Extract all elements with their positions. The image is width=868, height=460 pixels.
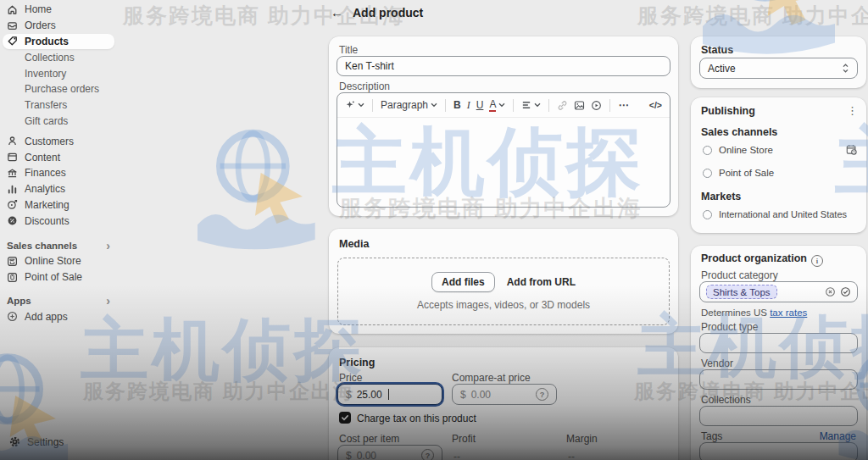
analytics-icon [7,184,18,195]
sidebar-item-label: Home [25,3,52,15]
settings-label: Settings [27,436,64,448]
sidebar-item-home[interactable]: Home [3,2,114,18]
sidebar-item-sales-channels[interactable]: Sales channels› [3,237,114,253]
kebab-menu-icon[interactable]: ⋮ [847,104,858,117]
tags-input[interactable] [699,442,858,460]
watermark-globe-logo [191,119,326,258]
text-color-button[interactable]: A [489,98,505,112]
description-content[interactable] [337,118,670,206]
toolbar-divider [445,99,446,112]
sales-channels-subheading: Sales channels [701,126,777,138]
sidebar: HomeOrdersProductsCollectionsInventoryPu… [0,0,125,460]
collections-label: Collections [701,394,751,406]
add-files-button[interactable]: Add files [431,272,495,292]
sidebar-item-customers[interactable]: Customers [3,133,114,149]
italic-button[interactable]: I [467,99,470,112]
margin-label: Margin [566,433,598,445]
back-arrow-icon[interactable]: ← [331,5,343,19]
sidebar-item-orders[interactable]: Orders [3,18,114,34]
toolbar-divider [513,99,514,112]
sidebar-item-transfers[interactable]: Transfers [3,97,114,114]
schedule-calendar-icon[interactable] [846,144,857,155]
tags-label: Tags [701,430,722,442]
charge-tax-checkbox[interactable] [339,412,351,424]
toolbar-divider [609,99,610,112]
code-view-button[interactable]: </> [649,100,662,110]
add-from-url-button[interactable]: Add from URL [507,276,576,288]
sidebar-item-settings[interactable]: Settings [5,434,114,450]
sidebar-item-apps[interactable]: Apps› [3,293,114,309]
description-editor[interactable]: Paragraph B I U A [337,92,670,208]
tax-rates-link[interactable]: tax rates [770,308,807,318]
sidebar-item-inventory[interactable]: Inventory [3,65,114,81]
market-dot [703,210,712,219]
profit-label: Profit [452,433,476,445]
currency-prefix: $ [346,389,352,401]
cost-per-item-input[interactable]: $ 0.00 ? [337,445,442,460]
underline-button[interactable]: U [476,99,484,111]
pricing-heading: Pricing [339,357,375,369]
price-input[interactable]: $ 25.00 [337,384,442,405]
info-icon[interactable]: i [811,255,823,267]
collections-input[interactable] [699,406,858,426]
sidebar-item-point-of-sale[interactable]: Point of Sale [3,269,114,285]
price-label: Price [339,372,362,384]
status-select[interactable]: Active [699,58,858,79]
title-input[interactable]: Ken T-shirt [337,56,670,76]
dismiss-circle-icon[interactable] [825,286,836,297]
channel-row-online-store: Online Store [703,145,773,155]
insert-video-button[interactable] [591,100,602,111]
sidebar-item-purchase-orders[interactable]: Purchase orders [3,81,114,97]
chevron-right-icon: › [106,240,110,252]
sidebar-item-finances[interactable]: Finances [3,165,114,181]
category-tag[interactable]: Shirts & Tops [706,285,777,299]
sidebar-item-marketing[interactable]: Marketing [3,197,114,213]
product-type-label: Product type [701,321,758,333]
manage-tags-link[interactable]: Manage [820,430,856,442]
sidebar-item-gift-cards[interactable]: Gift cards [3,114,114,130]
sidebar-item-discounts[interactable]: Discounts [3,213,114,229]
page-title: Add product [353,6,423,19]
select-stepper-icon [842,64,849,73]
title-label: Title [339,44,358,56]
sidebar-item-collections[interactable]: Collections [3,49,114,65]
sidebar-item-label: Apps [7,296,31,306]
image-icon [574,100,585,111]
channel-dot [703,169,712,178]
product-type-input[interactable] [699,333,858,353]
chevron-down-icon [534,103,541,108]
media-dropzone[interactable]: Add files Add from URL Accepts images, v… [337,258,670,325]
sidebar-item-label: Collections [25,52,75,64]
publishing-heading: Publishing [701,105,755,117]
check-icon [341,413,349,422]
help-icon[interactable]: ? [536,388,548,401]
help-icon[interactable]: ? [421,449,434,460]
sidebar-item-content[interactable]: Content [3,149,114,165]
sparkle-icon [345,100,355,110]
align-button[interactable] [521,100,541,110]
confirm-circle-icon[interactable] [840,286,851,297]
sidebar-item-add-apps[interactable]: Add apps [3,308,114,324]
insert-image-button[interactable] [574,100,585,111]
link-button[interactable] [557,100,568,111]
paragraph-style-dropdown[interactable]: Paragraph [381,99,437,111]
compare-at-price-input[interactable]: $ 0.00 ? [452,384,557,405]
sidebar-item-products[interactable]: Products [3,34,114,50]
toolbar-divider [548,99,549,112]
more-options-button[interactable]: ⋯ [618,99,629,111]
bold-button[interactable]: B [453,99,461,111]
sidebar-item-online-store[interactable]: Online Store [3,253,114,269]
cost-per-item-label: Cost per item [339,433,399,445]
media-card: Media Add files Add from URL Accepts ima… [329,229,678,334]
online-store-icon [7,256,18,267]
sidebar-item-label: Online Store [25,255,81,267]
vendor-label: Vendor [701,357,733,369]
sidebar-item-analytics[interactable]: Analytics [3,181,114,197]
charge-tax-label: Charge tax on this product [357,413,476,424]
ai-sparkle-button[interactable] [345,100,364,110]
vendor-input[interactable] [699,369,858,390]
product-category-input[interactable]: Shirts & Tops [699,281,858,302]
profit-value: -- [453,451,460,460]
publishing-card: Publishing ⋮ Sales channels Online Store… [691,97,866,233]
link-icon [557,100,568,111]
